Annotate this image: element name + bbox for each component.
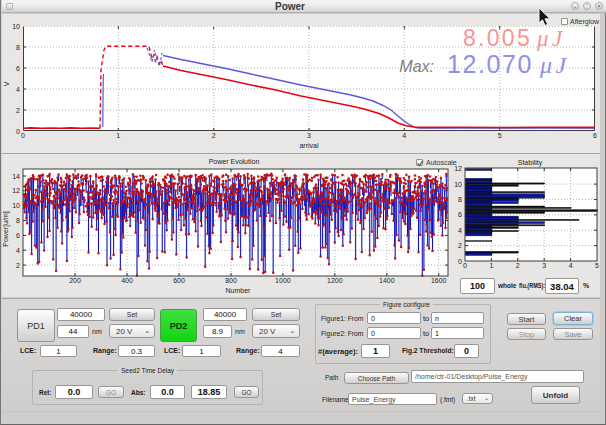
svg-text:4: 4: [16, 86, 20, 93]
svg-text:Power Evolution: Power Evolution: [209, 158, 260, 165]
svg-text:Stability: Stability: [518, 159, 543, 167]
svg-text:1: 1: [489, 262, 493, 269]
svg-text:V: V: [3, 81, 10, 86]
svg-text:Number: Number: [226, 287, 252, 294]
svg-text:Power[u/m]: Power[u/m]: [2, 211, 10, 246]
svg-text:Max:: Max:: [399, 58, 434, 75]
svg-text:4: 4: [458, 227, 462, 234]
svg-text:0: 0: [21, 132, 25, 139]
svg-text:14: 14: [12, 173, 20, 180]
svg-text:6: 6: [458, 211, 462, 218]
svg-text:8: 8: [16, 217, 20, 224]
svg-text:2: 2: [458, 242, 462, 249]
svg-text:1200: 1200: [327, 277, 343, 284]
svg-text:400: 400: [121, 277, 133, 284]
svg-text:2: 2: [16, 262, 20, 269]
svg-text:2: 2: [516, 262, 520, 269]
svg-text:4: 4: [16, 247, 20, 254]
svg-text:1000: 1000: [275, 277, 291, 284]
svg-text:4: 4: [402, 132, 406, 139]
svg-text:1400: 1400: [379, 277, 395, 284]
svg-text:3: 3: [307, 132, 311, 139]
svg-text:10: 10: [12, 23, 20, 30]
svg-text:0: 0: [463, 262, 467, 269]
svg-text:12: 12: [12, 187, 20, 194]
svg-text:800: 800: [225, 277, 237, 284]
svg-text:12: 12: [454, 165, 462, 172]
svg-text:6: 6: [593, 132, 597, 139]
svg-text:1: 1: [116, 132, 120, 139]
svg-text:8: 8: [16, 44, 20, 51]
svg-text:10: 10: [454, 181, 462, 188]
svg-text:4: 4: [569, 262, 573, 269]
svg-text:5: 5: [498, 132, 502, 139]
svg-text:12.070: 12.070: [447, 50, 533, 78]
svg-text:2: 2: [16, 107, 20, 114]
svg-text:600: 600: [173, 277, 185, 284]
svg-text:2: 2: [212, 132, 216, 139]
svg-text:6: 6: [16, 65, 20, 72]
svg-text:0: 0: [458, 258, 462, 265]
svg-text:8: 8: [458, 196, 462, 203]
svg-text:1600: 1600: [431, 277, 447, 284]
svg-text:200: 200: [69, 277, 81, 284]
svg-text:arrival: arrival: [299, 142, 319, 149]
svg-text:10: 10: [12, 202, 20, 209]
svg-text:μJ: μJ: [539, 52, 570, 78]
svg-text:0: 0: [16, 128, 20, 135]
svg-text:5: 5: [595, 262, 599, 269]
svg-text:8.005: 8.005: [463, 25, 532, 51]
svg-text:3: 3: [542, 262, 546, 269]
svg-text:6: 6: [16, 232, 20, 239]
